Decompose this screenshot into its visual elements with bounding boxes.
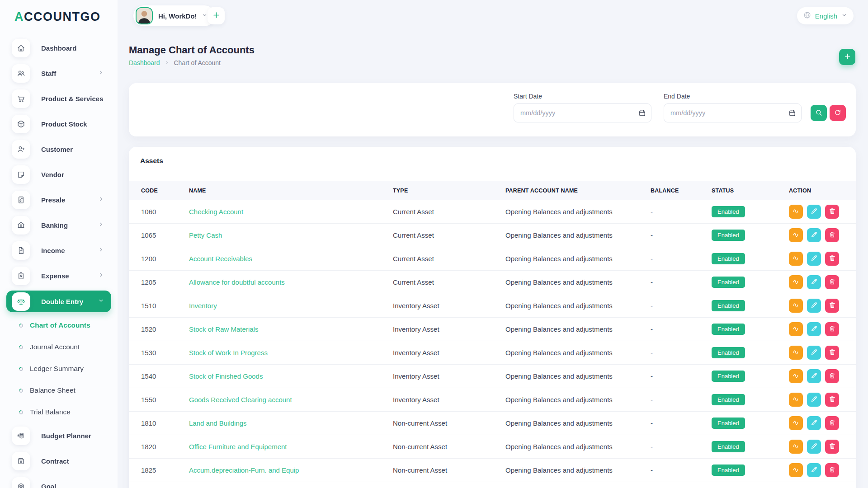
sidebar-item-budget-planner[interactable]: Budget Planner bbox=[0, 423, 118, 448]
sidebar-subitem-ledger-summary[interactable]: Ledger Summary bbox=[0, 358, 118, 380]
submenu-bullet-icon bbox=[18, 323, 24, 328]
sidebar-item-customer[interactable]: Customer bbox=[0, 136, 118, 162]
sidebar-item-expense[interactable]: Expense bbox=[0, 263, 118, 288]
action-cell bbox=[789, 275, 856, 289]
move-account-button[interactable] bbox=[789, 463, 803, 477]
status-cell: Enabled bbox=[712, 277, 789, 288]
accounts-card: Assets CODENAMETYPEPARENT ACCOUNT NAMEBA… bbox=[129, 147, 856, 488]
move-account-button[interactable] bbox=[789, 416, 803, 430]
sidebar-subitem-chart-of-accounts[interactable]: Chart of Accounts bbox=[0, 314, 118, 336]
delete-account-button[interactable] bbox=[825, 322, 839, 336]
chevron-down-icon bbox=[841, 12, 847, 20]
move-account-button[interactable] bbox=[789, 346, 803, 360]
move-account-button[interactable] bbox=[789, 440, 803, 454]
delete-account-button[interactable] bbox=[825, 205, 839, 219]
trash-icon bbox=[829, 442, 836, 451]
sidebar-item-income[interactable]: Income bbox=[0, 238, 118, 263]
sidebar-item-banking[interactable]: Banking bbox=[0, 212, 118, 238]
edit-account-button[interactable] bbox=[807, 252, 821, 266]
account-name-link[interactable]: Stock of Finished Goods bbox=[189, 372, 263, 380]
move-account-button[interactable] bbox=[789, 252, 803, 266]
edit-account-button[interactable] bbox=[807, 393, 821, 407]
sidebar-item-dashboard[interactable]: Dashboard bbox=[0, 35, 118, 61]
breadcrumb-dashboard-link[interactable]: Dashboard bbox=[129, 59, 160, 66]
end-date-input[interactable] bbox=[664, 103, 802, 122]
delete-account-button[interactable] bbox=[825, 369, 839, 383]
account-code: 1065 bbox=[141, 231, 189, 239]
sidebar-item-presale[interactable]: Presale bbox=[0, 187, 118, 212]
account-name-link[interactable]: Petty Cash bbox=[189, 231, 222, 239]
edit-account-button[interactable] bbox=[807, 463, 821, 477]
account-name-link[interactable]: Accum.depreciation-Furn. and Equip bbox=[189, 466, 299, 474]
edit-account-button[interactable] bbox=[807, 228, 821, 242]
delete-account-button[interactable] bbox=[825, 416, 839, 430]
sidebar-item-vendor[interactable]: Vendor bbox=[0, 162, 118, 187]
pencil-icon bbox=[811, 301, 818, 310]
move-account-button[interactable] bbox=[789, 228, 803, 242]
move-account-button[interactable] bbox=[789, 393, 803, 407]
reset-filter-button[interactable] bbox=[830, 105, 846, 121]
sidebar-item-contract[interactable]: Contract bbox=[0, 448, 118, 474]
account-name-link[interactable]: Goods Received Clearing account bbox=[189, 396, 292, 404]
sidebar-item-product-services[interactable]: Product & Services bbox=[0, 86, 118, 111]
apply-filter-button[interactable] bbox=[811, 105, 827, 121]
status-badge: Enabled bbox=[712, 441, 745, 452]
account-code: 1060 bbox=[141, 208, 189, 216]
account-name-link[interactable]: Land and Buildings bbox=[189, 419, 247, 427]
sidebar-item-double-entry[interactable]: Double Entry bbox=[6, 291, 111, 312]
brand-logo[interactable]: ACCOUNTGO bbox=[14, 10, 101, 24]
pencil-icon bbox=[811, 348, 818, 357]
account-code: 1810 bbox=[141, 419, 189, 427]
move-account-button[interactable] bbox=[789, 205, 803, 219]
edit-account-button[interactable] bbox=[807, 205, 821, 219]
account-name-link[interactable]: Checking Account bbox=[189, 208, 243, 216]
action-cell bbox=[789, 346, 856, 360]
edit-account-button[interactable] bbox=[807, 416, 821, 430]
delete-account-button[interactable] bbox=[825, 463, 839, 477]
delete-account-button[interactable] bbox=[825, 275, 839, 289]
quick-add-button[interactable] bbox=[208, 7, 225, 24]
edit-account-button[interactable] bbox=[807, 440, 821, 454]
account-name-link[interactable]: Allowance for doubtful accounts bbox=[189, 278, 285, 286]
status-cell: Enabled bbox=[712, 394, 789, 405]
delete-account-button[interactable] bbox=[825, 440, 839, 454]
edit-account-button[interactable] bbox=[807, 275, 821, 289]
sidebar-subitem-trial-balance[interactable]: Trial Balance bbox=[0, 401, 118, 423]
move-account-button[interactable] bbox=[789, 299, 803, 313]
edit-account-button[interactable] bbox=[807, 369, 821, 383]
user-menu[interactable]: Hi, WorkDo! bbox=[133, 5, 215, 26]
edit-account-button[interactable] bbox=[807, 346, 821, 360]
language-selector[interactable]: English bbox=[797, 7, 854, 24]
delete-account-button[interactable] bbox=[825, 228, 839, 242]
edit-account-button[interactable] bbox=[807, 322, 821, 336]
create-account-button[interactable] bbox=[839, 49, 855, 65]
move-account-button[interactable] bbox=[789, 322, 803, 336]
table-row: 1550Goods Received Clearing accountInven… bbox=[129, 388, 856, 412]
sidebar-subitem-journal-account[interactable]: Journal Account bbox=[0, 336, 118, 358]
account-name-link[interactable]: Inventory bbox=[189, 302, 217, 310]
delete-account-button[interactable] bbox=[825, 346, 839, 360]
move-account-button[interactable] bbox=[789, 369, 803, 383]
sidebar-item-goal[interactable]: Goal bbox=[0, 474, 118, 488]
account-balance: - bbox=[651, 396, 712, 404]
move-account-button[interactable] bbox=[789, 275, 803, 289]
pencil-icon bbox=[811, 231, 818, 239]
delete-account-button[interactable] bbox=[825, 299, 839, 313]
sidebar-subitem-label: Trial Balance bbox=[30, 408, 71, 416]
sidebar-item-staff[interactable]: Staff bbox=[0, 61, 118, 86]
delete-account-button[interactable] bbox=[825, 252, 839, 266]
account-name: Accum.depreciation-Furn. and Equip bbox=[189, 466, 393, 474]
account-name: Petty Cash bbox=[189, 231, 393, 239]
edit-account-button[interactable] bbox=[807, 299, 821, 313]
account-name-link[interactable]: Office Furniture and Equipement bbox=[189, 443, 287, 450]
account-name-link[interactable]: Stock of Work In Progress bbox=[189, 349, 268, 357]
delete-account-button[interactable] bbox=[825, 393, 839, 407]
account-name-link[interactable]: Stock of Raw Materials bbox=[189, 325, 258, 333]
account-code: 1540 bbox=[141, 372, 189, 380]
brand-logo-mark: A bbox=[14, 10, 24, 23]
breadcrumb: Dashboard Chart of Account bbox=[129, 59, 221, 66]
start-date-input[interactable] bbox=[514, 103, 651, 122]
sidebar-item-product-stock[interactable]: Product Stock bbox=[0, 111, 118, 136]
account-name-link[interactable]: Account Receivables bbox=[189, 255, 252, 263]
sidebar-subitem-balance-sheet[interactable]: Balance Sheet bbox=[0, 380, 118, 401]
